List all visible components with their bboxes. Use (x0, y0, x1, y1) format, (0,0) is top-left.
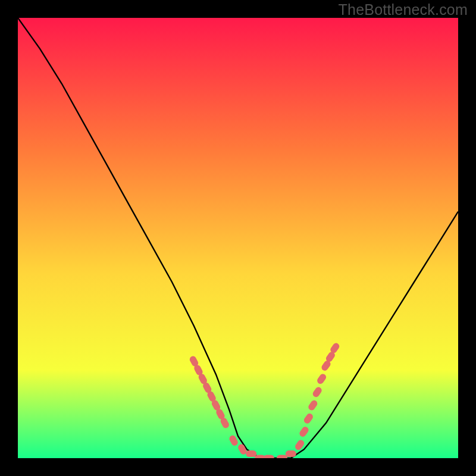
highlight-dot (286, 450, 296, 457)
highlight-dot (277, 455, 287, 459)
chart-frame: TheBottleneck.com (0, 0, 476, 476)
watermark-text: TheBottleneck.com (339, 1, 468, 18)
highlight-dot (246, 450, 256, 457)
plot-area (18, 18, 458, 458)
highlight-dot (264, 455, 274, 459)
bottleneck-chart (18, 18, 458, 458)
gradient-background (18, 18, 458, 458)
